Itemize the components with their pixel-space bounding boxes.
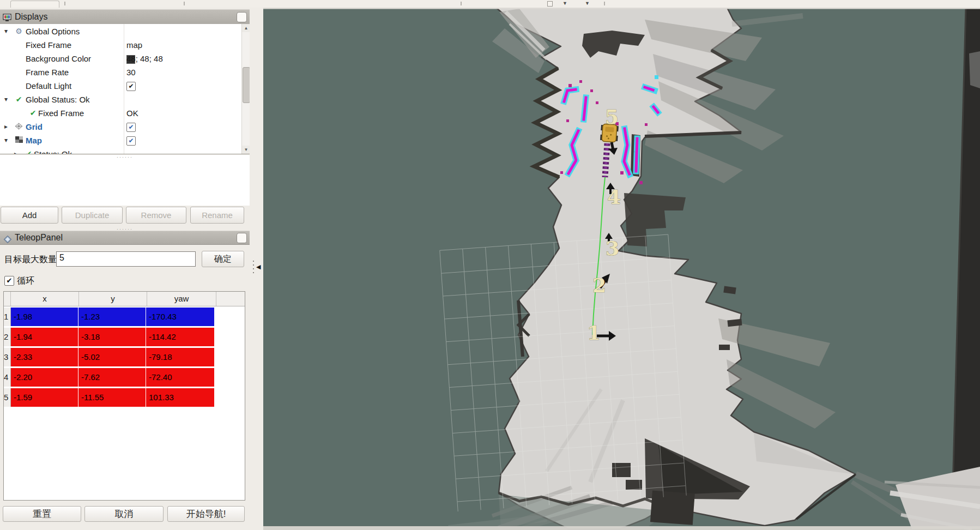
cell-y[interactable]: -5.02: [78, 348, 146, 366]
waypoint-label-1: 1: [587, 321, 601, 344]
waypoint-table[interactable]: x y yaw 1 -1.98 -1.23 -170.43 2 -1.94 -3…: [3, 291, 245, 501]
tree-value[interactable]: map: [126, 38, 142, 52]
toolbar-tab[interactable]: [10, 1, 59, 8]
col-header-yaw[interactable]: yaw: [147, 292, 216, 306]
grid-checkbox[interactable]: ✔: [126, 123, 136, 132]
rviz-window: ▼ ▼ Displays ▾ ⚙ Global Options Fixed Fr…: [0, 0, 980, 530]
cell-yaw[interactable]: -170.43: [146, 308, 214, 326]
tree-label[interactable]: Frame Rate: [26, 65, 69, 79]
cell-x[interactable]: -1.59: [11, 388, 78, 407]
tree-label[interactable]: Map: [26, 134, 42, 147]
loop-checkbox[interactable]: ✔: [4, 276, 14, 286]
cell-x[interactable]: -1.98: [11, 308, 78, 326]
expand-triangle-icon[interactable]: ▾: [4, 25, 11, 38]
collapse-triangle-icon[interactable]: ▸: [14, 147, 21, 154]
toolbar-tick: [184, 2, 185, 5]
teleop-float-button[interactable]: [237, 233, 247, 243]
tree-row-frame-rate[interactable]: Frame Rate 30: [0, 65, 241, 79]
table-row[interactable]: 1 -1.98 -1.23 -170.43: [4, 308, 215, 326]
cell-y[interactable]: -1.23: [78, 308, 146, 326]
tree-row-global-options[interactable]: ▾ ⚙ Global Options: [0, 25, 241, 38]
cell-y[interactable]: -11.55: [78, 388, 146, 407]
expand-triangle-icon[interactable]: ▾: [4, 134, 11, 147]
tree-label[interactable]: Grid: [26, 120, 43, 134]
teleop-panel-header[interactable]: TeleopPanel: [0, 231, 250, 245]
corner-header: [4, 292, 11, 306]
tree-scrollbar[interactable]: ▲ ▼: [241, 24, 250, 154]
waypoint-label-5: 5: [605, 105, 619, 128]
add-button[interactable]: Add: [1, 207, 58, 224]
scroll-up-icon[interactable]: ▲: [242, 24, 250, 32]
cell-yaw[interactable]: -114.42: [146, 328, 214, 346]
map-checkbox[interactable]: ✔: [126, 136, 136, 146]
dropdown-arrow-icon[interactable]: ▼: [585, 0, 590, 7]
row-number[interactable]: 1: [4, 308, 11, 326]
tree-label[interactable]: Default Light: [26, 79, 71, 93]
cell-yaw[interactable]: -79.18: [146, 348, 214, 366]
collapse-triangle-icon[interactable]: ▸: [4, 120, 11, 134]
tree-value[interactable]: 30: [126, 65, 136, 79]
cell-x[interactable]: -2.20: [11, 368, 78, 387]
row-number[interactable]: 5: [4, 388, 11, 407]
tree-row-fixed-frame[interactable]: Fixed Frame map: [0, 38, 241, 52]
table-row[interactable]: 2 -1.94 -3.18 -114.42: [4, 328, 215, 346]
tree-label[interactable]: Status: Ok: [34, 147, 72, 154]
displays-panel-header[interactable]: Displays: [0, 9, 250, 25]
table-row[interactable]: 5 -1.59 -11.55 101.33: [4, 388, 215, 407]
tree-value[interactable]: 48; 48; 48: [126, 52, 163, 65]
start-navigation-button[interactable]: 开始导航!: [167, 506, 245, 522]
row-number[interactable]: 2: [4, 328, 11, 346]
top-toolbar-strip: ▼ ▼: [0, 0, 980, 8]
cancel-button[interactable]: 取消: [84, 506, 164, 522]
tree-label[interactable]: Fixed Frame: [26, 38, 71, 52]
viewport-top-edge: [263, 8, 980, 9]
max-goals-input[interactable]: 5: [56, 251, 196, 267]
slam-map-canvas[interactable]: 1 2 3 4 5: [263, 8, 980, 530]
tree-row-fixed-frame-status[interactable]: ✔ Fixed Frame OK: [0, 106, 241, 120]
table-row[interactable]: 4 -2.20 -7.62 -72.40: [4, 368, 215, 387]
tree-row-map-status-partial[interactable]: ▸ ✔ Status: Ok: [0, 147, 241, 154]
waypoint-label-3: 3: [606, 237, 619, 260]
tree-row-grid[interactable]: ▸ Grid ✔: [0, 120, 241, 134]
scrollbar-thumb[interactable]: [243, 67, 250, 103]
cell-x[interactable]: -1.94: [11, 328, 78, 346]
splitter-handle[interactable]: ······: [0, 155, 250, 159]
confirm-button[interactable]: 确定: [202, 251, 244, 267]
cell-x[interactable]: -2.33: [11, 348, 78, 366]
tree-label[interactable]: Background Color: [26, 52, 91, 65]
tree-row-map[interactable]: ▾ Map ✔: [0, 134, 241, 147]
tree-row-background-color[interactable]: Background Color 48; 48; 48: [0, 52, 241, 65]
tree-label[interactable]: Global Options: [26, 25, 80, 38]
tree-label[interactable]: Global Status: Ok: [26, 93, 90, 106]
reset-button[interactable]: 重置: [3, 506, 81, 522]
table-row[interactable]: 3 -2.33 -5.02 -79.18: [4, 348, 215, 366]
map-icon: [14, 134, 23, 147]
default-light-checkbox[interactable]: ✔: [126, 82, 136, 91]
row-number[interactable]: 4: [4, 368, 11, 387]
scroll-down-icon[interactable]: ▼: [242, 146, 250, 154]
dropdown-arrow-icon[interactable]: ▼: [562, 0, 567, 7]
cell-y[interactable]: -3.18: [78, 328, 146, 346]
panel-splitter[interactable]: ◀: [251, 8, 263, 530]
row-number[interactable]: 3: [4, 348, 11, 366]
duplicate-button[interactable]: Duplicate: [62, 207, 123, 224]
cell-yaw[interactable]: -72.40: [146, 368, 214, 387]
col-header-x[interactable]: x: [11, 292, 79, 306]
col-header-y[interactable]: y: [79, 292, 147, 306]
cell-y[interactable]: -7.62: [78, 368, 146, 387]
tree-label[interactable]: Fixed Frame: [38, 106, 84, 120]
tree-row-default-light[interactable]: Default Light ✔: [0, 79, 241, 93]
toolbar-swatch[interactable]: [547, 1, 553, 7]
cell-yaw[interactable]: 101.33: [146, 388, 214, 407]
toolbar-tick: [461, 2, 462, 5]
tree-row-global-status[interactable]: ▾ ✔ Global Status: Ok: [0, 93, 241, 106]
rename-button[interactable]: Rename: [190, 207, 244, 224]
expand-triangle-icon[interactable]: ▾: [4, 93, 11, 106]
render-viewport[interactable]: 1 2 3 4 5: [263, 8, 980, 530]
teleop-diamond-icon: [4, 234, 13, 243]
displays-float-button[interactable]: [237, 12, 247, 22]
remove-button[interactable]: Remove: [126, 207, 186, 224]
collapse-panel-arrow-icon[interactable]: ◀: [256, 264, 261, 270]
loop-label: 循环: [17, 276, 34, 285]
waypoint-table-header[interactable]: x y yaw: [4, 292, 245, 306]
